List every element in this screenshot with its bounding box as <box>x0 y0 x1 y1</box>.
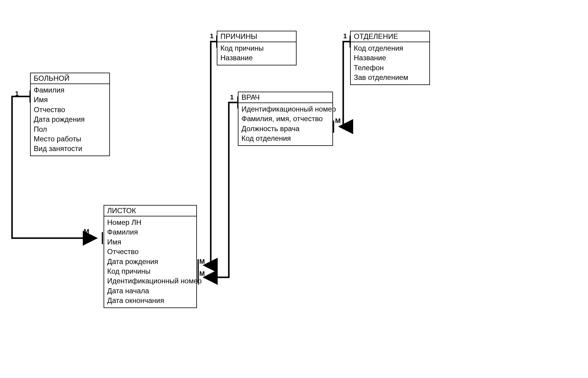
entity-attrs: Фамилия Имя Отчество Дата рождения Пол М… <box>31 84 109 156</box>
entity-attr: Идентификационный номер <box>107 276 193 286</box>
entity-attr: Вид занятости <box>34 144 106 153</box>
entity-title: ПРИЧИНЫ <box>217 31 296 42</box>
entity-attr: Имя <box>107 237 193 247</box>
card-label-many: М <box>84 228 89 235</box>
entity-attr: Отчество <box>107 247 193 257</box>
entity-attr: Код отделения <box>354 43 426 53</box>
entity-attr: Фамилия, имя, отчество <box>241 114 329 124</box>
entity-attrs: Идентификационный номер Фамилия, имя, от… <box>238 103 332 145</box>
rel-vrach-listok <box>198 96 238 283</box>
rel-prichiny-listok <box>198 36 217 271</box>
card-label-one: 1 <box>210 32 213 40</box>
entity-listok: ЛИСТОК Номер ЛН Фамилия Имя Отчество Дат… <box>104 205 197 308</box>
entity-attr: Дата рождения <box>34 115 106 124</box>
card-label-one: 1 <box>230 93 234 101</box>
entity-attr: Должность врача <box>241 124 329 134</box>
entity-attr: Отчество <box>34 105 106 115</box>
entity-title: БОЛЬНОЙ <box>31 73 109 84</box>
entity-attr: Телефон <box>354 63 426 73</box>
entity-attr: Дата рождения <box>107 257 193 266</box>
entity-attr: Код причины <box>107 266 193 276</box>
entity-bolnoy: БОЛЬНОЙ Фамилия Имя Отчество Дата рожден… <box>30 73 110 156</box>
entity-otdelenie: ОТДЕЛЕНИЕ Код отделения Название Телефон… <box>350 31 430 85</box>
entity-attr: Название <box>220 53 293 63</box>
entity-attr: Дата окнончания <box>107 296 193 305</box>
entity-vrach: ВРАЧ Идентификационный номер Фамилия, им… <box>238 92 333 146</box>
entity-attr: Пол <box>34 124 106 134</box>
entity-attr: Идентификационный номер <box>241 104 329 114</box>
entity-attr: Дата начала <box>107 286 193 296</box>
entity-attr: Код причины <box>220 43 293 53</box>
entity-attr: Место работы <box>34 134 106 144</box>
entity-attr: Имя <box>34 95 106 105</box>
entity-title: ЛИСТОК <box>104 206 196 216</box>
card-label-many: М <box>335 117 341 125</box>
entity-title: ОТДЕЛЕНИЕ <box>351 31 429 42</box>
entity-attr: Номер ЛН <box>107 218 193 227</box>
entity-title: ВРАЧ <box>238 92 332 103</box>
entity-attr: Фамилия <box>107 227 193 237</box>
entity-attrs: Код причины Название <box>217 42 296 65</box>
entity-attr: Зав отделением <box>354 73 426 82</box>
entity-attrs: Номер ЛН Фамилия Имя Отчество Дата рожде… <box>104 216 196 307</box>
card-label-one: 1 <box>15 90 19 98</box>
entity-attr: Название <box>354 53 426 63</box>
entity-prichiny: ПРИЧИНЫ Код причины Название <box>217 31 297 65</box>
card-label-many: М <box>199 258 205 266</box>
entity-attrs: Код отделения Название Телефон Зав отдел… <box>351 42 429 84</box>
card-label-many: М <box>199 270 205 278</box>
card-label-one: 1 <box>343 32 347 40</box>
entity-attr: Фамилия <box>34 85 106 95</box>
entity-attr: Код отделения <box>241 134 329 143</box>
